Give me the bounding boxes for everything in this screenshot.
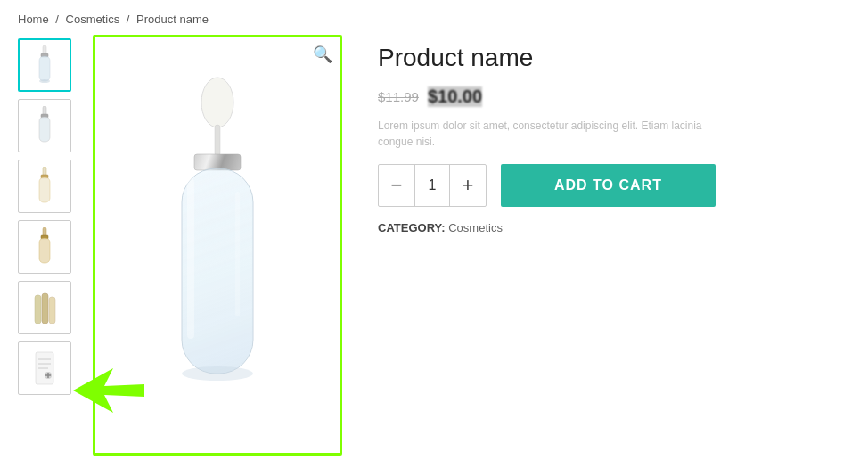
quantity-value: 1 [414,165,450,206]
svg-rect-12 [39,238,50,263]
category-row: CATEGORY: Cosmetics [378,221,832,234]
product-title: Product name [378,44,832,72]
svg-rect-28 [235,192,240,316]
thumbnail-1[interactable] [18,38,71,92]
category-label: CATEGORY: [378,221,446,234]
product-description: Lorem ipsum dolor sit amet, consectetur … [378,118,717,150]
svg-rect-25 [194,154,241,170]
thumbnail-5[interactable] [18,281,71,334]
svg-rect-14 [42,293,48,324]
product-info-panel: Product name $11.99 $10.00 Lorem ipsum d… [360,35,850,456]
svg-rect-24 [215,125,220,156]
breadcrumb: Home / Cosmetics / Product name [0,0,868,35]
main-product-image-area: 🔍 [93,35,342,456]
quantity-increase-button[interactable]: + [450,164,486,207]
svg-rect-15 [49,297,55,324]
quantity-control: − 1 + [378,164,487,207]
svg-rect-9 [39,177,50,202]
price-original: $11.99 [378,89,419,104]
thumbnail-2[interactable] [18,99,71,152]
add-to-cart-button[interactable]: ADD TO CART [501,164,716,207]
quantity-decrease-button[interactable]: − [379,164,414,207]
breadcrumb-sep-2: / [127,12,133,26]
main-layout: 🔍 [0,35,868,456]
svg-rect-0 [43,45,46,54]
svg-rect-6 [39,117,50,142]
svg-rect-4 [43,106,46,115]
breadcrumb-home[interactable]: Home [18,12,49,26]
svg-point-29 [182,366,253,381]
breadcrumb-product: Product name [136,12,209,26]
price-current: $10.00 [428,86,482,107]
breadcrumb-sep-1: / [55,12,61,26]
thumbnail-6[interactable] [18,341,71,395]
thumbnail-sidebar [18,35,75,456]
svg-rect-2 [39,56,50,81]
svg-rect-27 [187,178,194,339]
main-bottle-svg [128,76,307,415]
svg-point-23 [201,78,233,127]
thumbnail-4[interactable] [18,220,71,274]
breadcrumb-cosmetics[interactable]: Cosmetics [66,12,120,26]
price-row: $11.99 $10.00 [378,86,832,107]
svg-rect-7 [43,167,46,176]
thumbnail-3[interactable] [18,160,71,213]
svg-point-3 [39,79,50,83]
svg-rect-13 [35,295,41,324]
cart-row: − 1 + ADD TO CART [378,164,832,207]
category-value: Cosmetics [448,221,503,234]
svg-rect-10 [43,227,46,236]
zoom-icon[interactable]: 🔍 [313,45,332,64]
